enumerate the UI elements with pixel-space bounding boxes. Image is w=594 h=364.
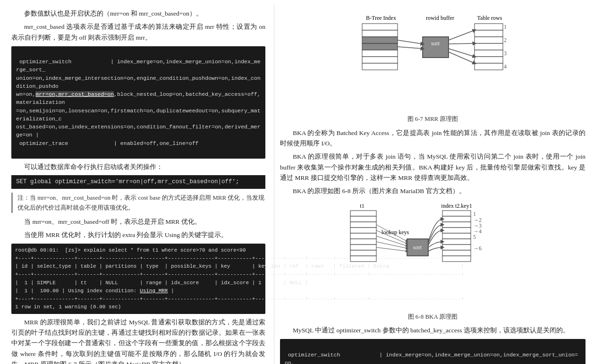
svg-rect-37 (350, 245, 376, 250)
svg-line-62 (376, 247, 407, 251)
svg-rect-36 (350, 239, 376, 245)
svg-rect-3 (362, 24, 398, 30)
svg-rect-8 (362, 57, 398, 63)
svg-rect-21 (475, 63, 503, 70)
svg-text:1: 1 (504, 24, 507, 30)
left-para6: MRR 的原理很简单，我们之前讲过 MySQL 普通索引获取数据的方式，先是通过… (11, 317, 265, 364)
svg-line-26 (449, 43, 475, 44)
svg-text:3: 3 (504, 50, 507, 57)
svg-rect-51 (442, 233, 471, 239)
svg-text:t1: t1 (360, 203, 364, 209)
svg-rect-15 (475, 37, 503, 43)
note-block-1: 注：当 mrr=on、mrr_cost_based=on 时，表示 cost b… (11, 193, 265, 213)
left-para5: 当使用 MRR 优化时，执行计划的 extra 列会显示 Using 的关键字提… (11, 230, 265, 240)
svg-text:Table rows: Table rows (477, 15, 502, 21)
svg-rect-45 (442, 216, 471, 222)
right-para1: BKA 的全称为 Batched Key Access，它是提高表 join 性… (280, 128, 586, 149)
svg-line-24 (398, 47, 423, 49)
svg-line-23 (398, 40, 423, 44)
svg-rect-17 (475, 43, 503, 50)
svg-rect-12 (475, 24, 503, 30)
svg-text:→6: →6 (473, 245, 482, 252)
left-para4: 当 mrr=on、mrr_cost_based=off 时，表示总是开启 MRR… (11, 217, 265, 227)
svg-rect-32 (350, 216, 376, 222)
svg-rect-35 (350, 233, 376, 239)
svg-line-27 (449, 49, 475, 57)
svg-rect-43 (442, 211, 471, 216)
svg-rect-49 (442, 228, 471, 233)
svg-rect-7 (362, 50, 398, 57)
cmd-block: SET global optimizer_switch='mrr=on|off,… (11, 175, 265, 189)
svg-rect-38 (350, 250, 376, 256)
fig-8-svg: t1 index t2.key1 lookup keys sort (348, 201, 518, 305)
svg-rect-9 (362, 63, 398, 70)
svg-text:2: 2 (504, 37, 507, 43)
svg-rect-14 (475, 30, 503, 37)
svg-text:4: 4 (504, 63, 507, 70)
svg-rect-33 (350, 222, 376, 228)
svg-rect-39 (350, 256, 376, 262)
left-para3: 可以通过数据库命令行执行启动或者关闭操作： (11, 162, 265, 172)
right-para2: BKA 的原理很简单，对于多表 join 语句，当 MySQL 使用索引访问第二… (280, 152, 586, 183)
svg-line-28 (449, 52, 475, 63)
svg-line-25 (449, 30, 475, 40)
svg-rect-4 (362, 30, 398, 37)
svg-rect-34 (350, 228, 376, 233)
svg-rect-54 (442, 245, 471, 250)
right-column: B-Tree Index rowid buffer Table rows sor… (274, 5, 594, 364)
svg-rect-20 (475, 57, 503, 63)
svg-text:sort: sort (431, 40, 440, 47)
svg-text:sort: sort (413, 244, 422, 251)
svg-rect-53 (442, 239, 471, 245)
right-para3: BKA 的原理如图 6-8 所示（图片来自 MariaDB 官方文档）。 (280, 186, 586, 196)
query-block: root@db 00:01: [zs]> explain select * fr… (11, 244, 265, 313)
left-para1: 参数值默认也是开启状态的（mrr=on 和 mrr_cost_based=on）… (11, 8, 265, 19)
svg-line-60 (376, 236, 407, 246)
svg-text:1: 1 (473, 211, 476, 217)
left-para2: mrr_cost_based 选项表示是否通过基于成本的算法来确定开启 mrr … (11, 22, 265, 43)
fig-8-area: t1 index t2.key1 lookup keys sort (280, 201, 586, 308)
svg-text:index t2.key1: index t2.key1 (441, 203, 472, 209)
svg-rect-56 (442, 250, 471, 256)
fig-7-svg: B-Tree Index rowid buffer Table rows sor… (357, 13, 509, 108)
svg-rect-47 (442, 222, 471, 228)
left-column: 参数值默认也是开启状态的（mrr=on 和 mrr_cost_based=on）… (0, 5, 274, 364)
svg-text:B-Tree Index: B-Tree Index (366, 15, 396, 21)
svg-rect-18 (475, 50, 503, 57)
svg-rect-6 (362, 43, 398, 50)
code-block-1: optimizer_switch | index_merge=on,index_… (11, 46, 265, 159)
right-para4: MySQL 中通过 optimizer_switch 参数中的 batched_… (280, 325, 586, 336)
svg-text:rowid buffer: rowid buffer (425, 15, 454, 21)
code-block-2: optimizer_switch | index_merge=on,index_… (280, 339, 586, 364)
fig-8-caption: 图 6-8 BKA 原理图 (280, 312, 586, 322)
fig-7-caption: 图 6-7 MRR 原理图 (280, 114, 586, 124)
svg-line-61 (376, 242, 407, 248)
svg-rect-31 (350, 211, 376, 216)
svg-rect-5 (362, 37, 398, 43)
svg-text:5: 5 (473, 234, 476, 240)
fig-7-area: B-Tree Index rowid buffer Table rows sor… (280, 13, 586, 111)
svg-rect-57 (442, 256, 471, 262)
